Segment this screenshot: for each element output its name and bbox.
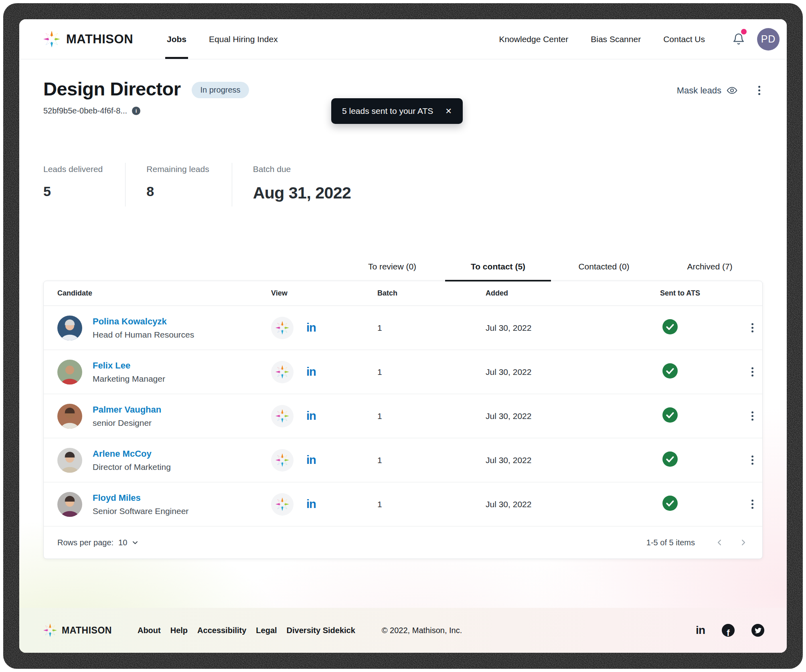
stat-label: Leads delivered — [43, 164, 103, 174]
brand[interactable]: MATHISON — [43, 19, 133, 59]
nav-item-contact-us[interactable]: Contact Us — [652, 19, 716, 59]
facebook-icon[interactable] — [722, 624, 735, 637]
leads-table-card: CandidateViewBatchAddedSent to ATS Polin… — [43, 281, 763, 559]
job-id: 52bf9b5e-0beb-4f6f-8... — [43, 106, 127, 115]
twitter-icon[interactable] — [751, 624, 764, 637]
next-page-button[interactable] — [737, 537, 749, 548]
bell-icon — [732, 33, 745, 46]
check-circle-icon — [662, 451, 678, 467]
mask-leads-toggle[interactable]: Mask leads — [677, 85, 737, 96]
mathison-profile-link[interactable] — [271, 317, 294, 339]
row-menu-cell — [729, 321, 762, 335]
row-overflow-menu[interactable] — [749, 497, 756, 511]
candidate-title: Head of Human Resources — [93, 330, 194, 340]
stat-value: 8 — [146, 184, 209, 199]
candidate-cell: Felix LeeMarketing Manager — [44, 360, 257, 385]
secondary-nav: Knowledge CenterBias ScannerContact Us — [488, 19, 716, 59]
rows-per-page-select[interactable]: Rows per page: 10 — [57, 538, 138, 547]
batch-cell: 1 — [364, 323, 472, 333]
candidate-cell: Polina KowalcyzkHead of Human Resources — [44, 316, 257, 340]
footer-link-legal[interactable]: Legal — [256, 626, 277, 635]
footer-link-diversity-sidekick[interactable]: Diversity Sidekick — [287, 626, 355, 635]
eye-icon — [727, 85, 737, 96]
row-overflow-menu[interactable] — [749, 453, 756, 467]
nav-item-bias-scanner[interactable]: Bias Scanner — [579, 19, 652, 59]
avatar — [57, 360, 82, 385]
tab-to-contact[interactable]: To contact (5) — [445, 262, 551, 281]
candidate-name-link[interactable]: Polina Kowalcyzk — [93, 316, 194, 327]
chevron-right-icon — [739, 538, 747, 547]
tab-contacted[interactable]: Contacted (0) — [551, 262, 657, 281]
mathison-profile-link[interactable] — [271, 405, 294, 427]
sent-to-ats-cell — [646, 496, 729, 513]
added-cell: Jul 30, 2022 — [472, 411, 646, 421]
linkedin-icon[interactable] — [306, 321, 316, 334]
tab-archived[interactable]: Archived (7) — [657, 262, 763, 281]
candidate-title: Marketing Manager — [93, 374, 165, 384]
table-body: Polina KowalcyzkHead of Human Resources1… — [44, 306, 762, 526]
mathison-profile-link[interactable] — [271, 493, 294, 516]
candidate-name-block: Arlene McCoyDirector of Marketing — [93, 449, 171, 472]
info-icon[interactable] — [132, 107, 140, 115]
footer-links: AboutHelpAccessibilityLegalDiversity Sid… — [138, 626, 355, 635]
column-header-added: Added — [472, 289, 646, 298]
candidate-name-link[interactable]: Arlene McCoy — [93, 449, 171, 459]
view-cell — [257, 449, 364, 472]
row-overflow-menu[interactable] — [749, 365, 756, 379]
candidate-name-block: Floyd MilesSenior Software Engineer — [93, 493, 188, 516]
tab-to-review[interactable]: To review (0) — [339, 262, 445, 281]
chevron-left-icon — [716, 538, 724, 547]
brand-wordmark: MATHISON — [66, 32, 133, 47]
stat-label: Remaining leads — [146, 164, 209, 174]
candidate-name-block: Polina KowalcyzkHead of Human Resources — [93, 316, 194, 340]
user-avatar[interactable]: PD — [757, 28, 780, 51]
row-menu-cell — [729, 453, 762, 467]
sent-to-ats-cell — [646, 407, 729, 425]
candidate-title: Director of Marketing — [93, 462, 171, 472]
candidate-name-block: Palmer Vaughansenior Designer — [93, 405, 161, 428]
mathison-icon — [275, 321, 289, 335]
job-overflow-menu[interactable] — [756, 83, 763, 97]
mathison-profile-link[interactable] — [271, 361, 294, 383]
nav-item-equal-hiring-index[interactable]: Equal Hiring Index — [198, 19, 289, 59]
batch-cell: 1 — [364, 367, 472, 377]
added-cell: Jul 30, 2022 — [472, 323, 646, 333]
column-header-sent-to-ats: Sent to ATS — [646, 289, 729, 298]
footer-brand[interactable]: MATHISON — [43, 623, 112, 637]
row-overflow-menu[interactable] — [749, 409, 756, 423]
added-cell: Jul 30, 2022 — [472, 500, 646, 509]
linkedin-icon[interactable] — [696, 624, 705, 637]
mathison-star-icon — [43, 623, 57, 637]
close-icon[interactable] — [445, 107, 452, 115]
footer-link-help[interactable]: Help — [170, 626, 188, 635]
sent-to-ats-cell — [646, 451, 729, 469]
candidate-name-link[interactable]: Palmer Vaughan — [93, 405, 161, 415]
footer-link-about[interactable]: About — [138, 626, 161, 635]
linkedin-icon[interactable] — [306, 409, 316, 423]
column-header-view: View — [257, 289, 364, 298]
copyright: © 2022, Mathison, Inc. — [382, 626, 462, 635]
row-menu-cell — [729, 365, 762, 379]
stat-remaining-leads: Remaining leads8 — [125, 163, 231, 206]
stat-value: Aug 31, 2022 — [253, 184, 351, 202]
candidate-name-link[interactable]: Floyd Miles — [93, 493, 188, 503]
candidate-name-link[interactable]: Felix Lee — [93, 360, 165, 371]
notifications-button[interactable] — [732, 19, 745, 59]
linkedin-icon[interactable] — [306, 365, 316, 379]
job-heading-block: Design Director In progress 52bf9b5e-0be… — [43, 78, 249, 115]
footer-link-accessibility[interactable]: Accessibility — [197, 626, 246, 635]
prev-page-button[interactable] — [714, 537, 725, 548]
row-overflow-menu[interactable] — [749, 321, 756, 335]
linkedin-icon[interactable] — [306, 453, 316, 467]
nav-item-knowledge-center[interactable]: Knowledge Center — [488, 19, 579, 59]
stat-leads-delivered: Leads delivered5 — [43, 163, 125, 206]
candidate-title: Senior Software Engineer — [93, 506, 188, 516]
top-nav: MATHISON JobsEqual Hiring Index Knowledg… — [19, 19, 787, 59]
nav-item-jobs[interactable]: Jobs — [156, 19, 198, 59]
check-circle-icon — [662, 319, 678, 334]
notification-dot — [741, 29, 747, 34]
sent-to-ats-cell — [646, 319, 729, 336]
mathison-profile-link[interactable] — [271, 449, 294, 472]
linkedin-icon[interactable] — [306, 498, 316, 511]
added-cell: Jul 30, 2022 — [472, 455, 646, 465]
